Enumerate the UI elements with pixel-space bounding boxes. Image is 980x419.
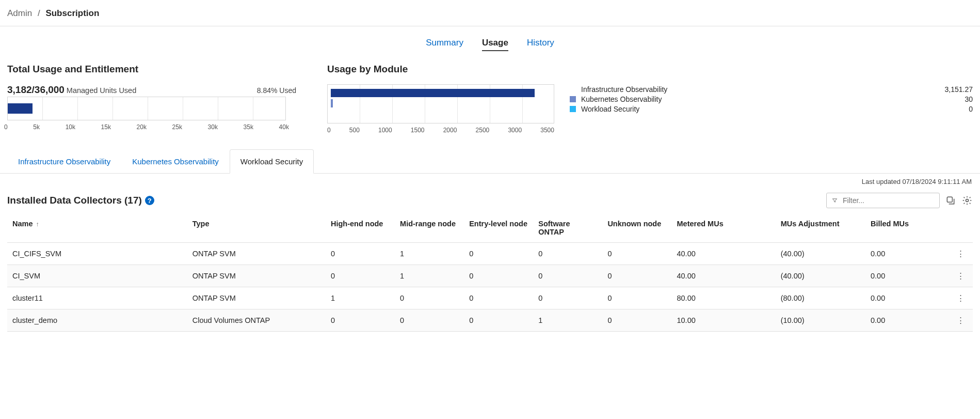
swatch-icon [570,96,576,102]
module-bar-infra [331,89,535,97]
usage-bar-ticks: 0 5k 10k 15k 20k 25k 30k 35k 40k [4,123,289,131]
sort-asc-icon: ↑ [36,221,39,228]
cell-entry: 0 [464,309,533,332]
module-usage-chart: 0 500 1000 1500 2000 2500 3000 3500 [327,84,554,134]
cell-highend: 0 [326,309,395,332]
breadcrumb: Admin / Subscription [0,0,980,26]
cell-software: 0 [533,287,602,309]
legend-item-k8s: Kubernetes Observability 30 [570,95,973,103]
cell-midrange: 0 [395,287,464,309]
top-tabs: Summary Usage History [0,26,980,56]
tab-history[interactable]: History [527,38,554,51]
cell-software: 0 [533,265,602,287]
legend-label: Infrastructure Observability [581,85,667,94]
subtab-infra[interactable]: Infrastructure Observability [7,149,121,173]
breadcrumb-root[interactable]: Admin [7,8,32,18]
cell-highend: 0 [326,265,395,287]
cell-unknown: 0 [602,287,671,309]
cell-highend: 1 [326,287,395,309]
cell-name: CI_SVM [7,265,187,287]
table-row: cluster11ONTAP SVM1000080.00(80.00)0.00⋮ [7,287,973,309]
tab-summary[interactable]: Summary [426,38,463,51]
cell-metered: 40.00 [671,243,775,265]
cell-software: 0 [533,243,602,265]
cell-software: 1 [533,309,602,332]
table-row: CI_CIFS_SVMONTAP SVM0100040.00(40.00)0.0… [7,243,973,265]
row-menu-icon[interactable]: ⋮ [949,265,973,287]
cell-unknown: 0 [602,309,671,332]
cell-entry: 0 [464,243,533,265]
breadcrumb-sep: / [38,8,40,18]
subtab-workload-security[interactable]: Workload Security [230,149,314,174]
col-billed[interactable]: Billed MUs [865,213,949,243]
usage-pct: 8.84% Used [257,86,296,95]
usage-ratio: 3,182/36,000 [7,84,65,95]
row-menu-icon[interactable]: ⋮ [949,309,973,332]
usage-bar-chart [7,97,286,120]
cell-adjustment: (10.00) [776,309,865,332]
cell-entry: 0 [464,287,533,309]
col-entry[interactable]: Entry-level node [464,213,533,243]
cell-unknown: 0 [602,243,671,265]
usage-sub: Managed Units Used [67,86,136,95]
table-row: CI_SVMONTAP SVM0100040.00(40.00)0.00⋮ [7,265,973,287]
legend-value: 3,151.27 [945,85,973,94]
module-usage-panel: Usage by Module 0 500 1000 1500 2000 250… [327,64,554,134]
cell-billed: 0.00 [865,265,949,287]
cell-billed: 0.00 [865,287,949,309]
col-adjustment[interactable]: MUs Adjustment [776,213,865,243]
cell-type: Cloud Volumes ONTAP [187,309,326,332]
col-name[interactable]: Name ↑ [7,213,187,243]
sub-tabs: Infrastructure Observability Kubernetes … [0,149,980,174]
row-menu-icon[interactable]: ⋮ [949,287,973,309]
col-metered[interactable]: Metered MUs [671,213,775,243]
cell-metered: 40.00 [671,265,775,287]
row-menu-icon[interactable]: ⋮ [949,243,973,265]
last-updated: Last updated 07/18/2024 9:11:11 AM [0,174,980,185]
svg-point-1 [966,199,969,202]
module-bar-k8s [331,99,333,107]
legend-label: Workload Security [581,105,639,113]
legend-item-infra: Infrastructure Observability 3,151.27 [570,85,973,94]
table-row: cluster_demoCloud Volumes ONTAP0001010.0… [7,309,973,332]
cell-type: ONTAP SVM [187,243,326,265]
col-type[interactable]: Type [187,213,326,243]
cell-entry: 0 [464,265,533,287]
col-software[interactable]: Software ONTAP [533,213,602,243]
collectors-table: Name ↑ Type High-end node Mid-range node… [7,213,973,332]
cell-name: cluster11 [7,287,187,309]
total-usage-title: Total Usage and Entitlement [7,64,296,75]
col-midrange[interactable]: Mid-range node [395,213,464,243]
filter-icon [832,196,838,205]
breadcrumb-current: Subscription [45,8,99,18]
cell-type: ONTAP SVM [187,287,326,309]
tab-usage[interactable]: Usage [482,38,508,51]
filter-box[interactable] [826,193,940,208]
cell-midrange: 1 [395,243,464,265]
cell-metered: 80.00 [671,287,775,309]
total-usage-panel: Total Usage and Entitlement 3,182/36,000… [7,64,296,134]
cell-unknown: 0 [602,265,671,287]
gear-icon[interactable] [961,195,973,206]
usage-bar-fill [8,103,33,114]
cell-adjustment: (80.00) [776,287,865,309]
module-usage-ticks: 0 500 1000 1500 2000 2500 3000 3500 [327,127,554,134]
cell-adjustment: (40.00) [776,243,865,265]
legend-value: 30 [965,95,973,103]
swatch-icon [570,106,576,112]
subtab-k8s[interactable]: Kubernetes Observability [121,149,230,173]
filter-input[interactable] [842,196,934,205]
module-usage-legend: Infrastructure Observability 3,151.27 Ku… [570,64,973,134]
help-icon[interactable]: ? [145,196,154,205]
cell-metered: 10.00 [671,309,775,332]
cell-type: ONTAP SVM [187,265,326,287]
module-usage-title: Usage by Module [327,64,554,75]
legend-value: 0 [969,105,973,113]
cell-midrange: 0 [395,309,464,332]
export-icon[interactable] [945,195,956,206]
legend-label: Kubernetes Observability [581,95,662,103]
legend-item-ws: Workload Security 0 [570,105,973,113]
collectors-title: Installed Data Collectors (17) ? [7,195,154,206]
col-unknown[interactable]: Unknown node [602,213,671,243]
col-highend[interactable]: High-end node [326,213,395,243]
